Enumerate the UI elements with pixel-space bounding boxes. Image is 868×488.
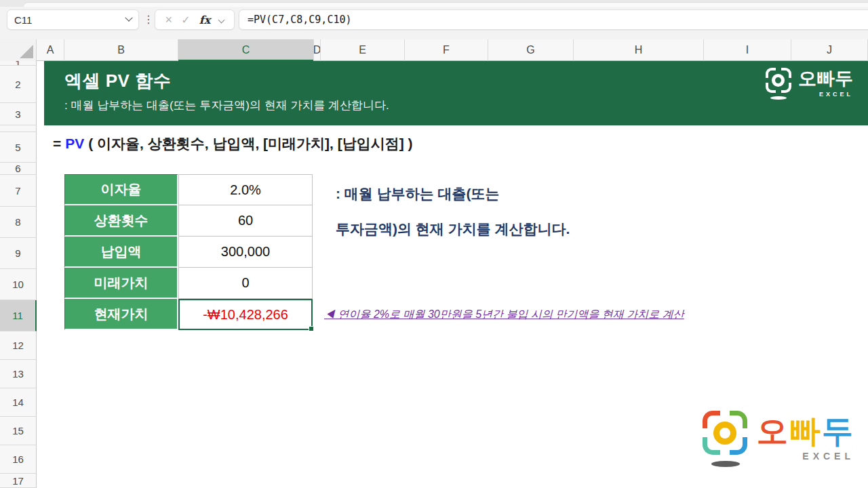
- row-header-11[interactable]: 11: [0, 300, 37, 331]
- insert-function-icon[interactable]: fx: [199, 14, 210, 26]
- row-header-16[interactable]: 16: [0, 445, 37, 474]
- row-header-10[interactable]: 10: [0, 269, 37, 300]
- cancel-icon[interactable]: ×: [165, 13, 173, 27]
- cell-c9-value[interactable]: 300,000: [178, 237, 313, 268]
- brand-name: 오빠두: [798, 70, 853, 88]
- cell-b7-label[interactable]: 이자율: [64, 174, 178, 205]
- column-header-a[interactable]: A: [37, 39, 64, 61]
- chevron-down-icon[interactable]: [218, 16, 225, 23]
- row-header-17[interactable]: 17: [0, 474, 37, 488]
- table-row-selected: 현재가치 -₩10,428,266: [64, 299, 314, 330]
- row-header-8[interactable]: 8: [0, 207, 37, 238]
- camera-icon: [766, 68, 791, 99]
- table-row: 이자율 2.0%: [64, 174, 314, 205]
- page-title: 엑셀 PV 함수: [64, 69, 171, 93]
- pv-table: 이자율 2.0% 상환횟수 60 납입액 300,000 미래가치 0 현재가치: [64, 174, 314, 330]
- sheet-area: 1 2 3 5 6 7 8 9 10 11 12 13 14 15 16 17 …: [0, 61, 868, 488]
- row-header-1[interactable]: 1: [0, 61, 37, 66]
- column-header-g[interactable]: G: [488, 39, 574, 61]
- cell-b8-label[interactable]: 상환횟수: [64, 205, 178, 237]
- fill-handle[interactable]: [309, 326, 314, 331]
- function-syntax: =PV( 이자율, 상환횟수, 납입액, [미래가치], [납입시점] ): [53, 134, 413, 153]
- table-row: 미래가치 0: [64, 268, 314, 299]
- column-header-b[interactable]: B: [64, 39, 178, 61]
- excel-window: C11 ⋮ × ✓ fx =PV(C7,C8,C9,C10) A B C D E…: [0, 0, 868, 488]
- ribbon-bottom-edge: [0, 0, 868, 7]
- cell-c8-value[interactable]: 60: [178, 205, 313, 237]
- row-header-7[interactable]: 7: [0, 175, 37, 207]
- syntax-function-name: PV: [65, 136, 84, 151]
- table-row: 상환횟수 60: [64, 205, 314, 237]
- column-headers: A B C D E F G H I J: [0, 39, 868, 61]
- description-line-2: 투자금액)의 현재 가치를 계산합니다.: [336, 211, 570, 247]
- column-header-c[interactable]: C: [178, 39, 314, 61]
- enter-icon[interactable]: ✓: [181, 14, 190, 26]
- row-header-13[interactable]: 13: [0, 360, 37, 388]
- syntax-equals: =: [53, 136, 61, 151]
- cell-b11-label[interactable]: 현재가치: [64, 299, 178, 330]
- column-header-j[interactable]: J: [791, 39, 868, 61]
- column-header-d[interactable]: D: [314, 39, 321, 61]
- separator-dots-icon[interactable]: ⋮: [143, 12, 154, 28]
- row-header-9[interactable]: 9: [0, 238, 37, 269]
- table-row: 납입액 300,000: [64, 237, 314, 268]
- formula-text: =PV(C7,C8,C9,C10): [248, 14, 352, 26]
- formula-bar: C11 ⋮ × ✓ fx =PV(C7,C8,C9,C10): [0, 7, 868, 39]
- page-subtitle: : 매월 납부하는 대출(또는 투자금액)의 현재 가치를 계산합니다.: [64, 98, 389, 113]
- row-header-5[interactable]: 5: [0, 132, 37, 163]
- row-header-4[interactable]: [0, 125, 37, 132]
- column-header-f[interactable]: F: [405, 39, 488, 61]
- formula-input[interactable]: =PV(C7,C8,C9,C10): [239, 9, 868, 30]
- cell-c7-value[interactable]: 2.0%: [178, 174, 313, 205]
- brand-name: 오빠두: [757, 415, 854, 447]
- example-annotation: ◀ 연이율 2%로 매월 30만원을 5년간 불입 시의 만기액을 현재 가치로…: [324, 308, 684, 322]
- row-header-12[interactable]: 12: [0, 331, 37, 360]
- cell-c11-selected[interactable]: -₩10,428,266: [178, 299, 313, 330]
- row-header-14[interactable]: 14: [0, 388, 37, 417]
- row-header-3[interactable]: 3: [0, 103, 37, 125]
- title-banner: 엑셀 PV 함수 : 매월 납부하는 대출(또는 투자금액)의 현재 가치를 계…: [44, 61, 868, 125]
- cell-b9-label[interactable]: 납입액: [64, 237, 178, 268]
- cell-c11-value: -₩10,428,266: [203, 307, 288, 323]
- oppadu-logo-white: 오빠두 EXCEL: [766, 68, 853, 99]
- row-header-15[interactable]: 15: [0, 417, 37, 445]
- cell-b10-label[interactable]: 미래가치: [64, 268, 178, 299]
- column-header-e[interactable]: E: [321, 39, 405, 61]
- select-all-corner[interactable]: [0, 39, 37, 61]
- name-box[interactable]: C11: [7, 9, 139, 30]
- brand-sub: EXCEL: [791, 91, 853, 98]
- column-header-i[interactable]: I: [704, 39, 791, 61]
- sheet-canvas[interactable]: 엑셀 PV 함수 : 매월 납부하는 대출(또는 투자금액)의 현재 가치를 계…: [37, 61, 868, 488]
- syntax-arguments: ( 이자율, 상환횟수, 납입액, [미래가치], [납입시점] ): [88, 136, 412, 151]
- cell-c10-value[interactable]: 0: [178, 268, 313, 299]
- oppadu-logo-color: 오빠두 EXCEL: [703, 411, 854, 466]
- camera-icon: [703, 411, 747, 466]
- select-all-triangle-icon: [20, 45, 33, 58]
- chevron-down-icon[interactable]: [125, 14, 132, 22]
- column-header-h[interactable]: H: [574, 39, 704, 61]
- brand-sub: EXCEL: [747, 451, 854, 462]
- description-line-1: : 매월 납부하는 대출(또는: [336, 176, 570, 211]
- function-description: : 매월 납부하는 대출(또는 투자금액)의 현재 가치를 계산합니다.: [336, 176, 570, 247]
- row-header-6[interactable]: 6: [0, 163, 37, 175]
- row-headers: 1 2 3 5 6 7 8 9 10 11 12 13 14 15 16 17: [0, 61, 37, 488]
- row-header-2[interactable]: 2: [0, 66, 37, 103]
- formula-buttons: × ✓ fx: [155, 9, 235, 30]
- name-box-value: C11: [14, 14, 126, 26]
